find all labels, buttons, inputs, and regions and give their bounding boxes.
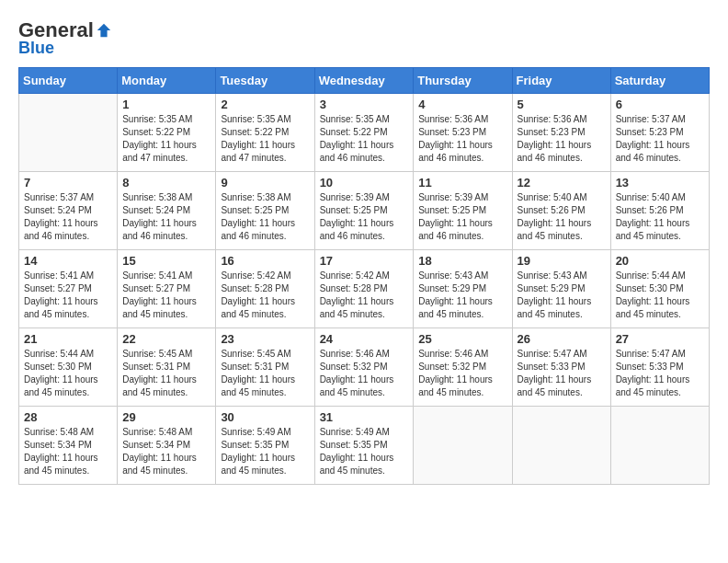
sunset-text: Sunset: 5:24 PM — [122, 204, 210, 217]
sunrise-text: Sunrise: 5:45 AM — [122, 348, 210, 361]
day-info: Sunrise: 5:41 AMSunset: 5:27 PMDaylight:… — [122, 270, 210, 321]
sunrise-text: Sunrise: 5:47 AM — [616, 348, 704, 361]
day-number: 18 — [418, 254, 506, 268]
day-info: Sunrise: 5:35 AMSunset: 5:22 PMDaylight:… — [221, 113, 309, 165]
calendar-cell: 30Sunrise: 5:49 AMSunset: 5:35 PMDayligh… — [216, 407, 314, 485]
daylight-text: Daylight: 11 hours and 45 minutes. — [24, 295, 112, 321]
day-info: Sunrise: 5:46 AMSunset: 5:32 PMDaylight:… — [320, 348, 409, 399]
day-info: Sunrise: 5:41 AMSunset: 5:27 PMDaylight:… — [24, 270, 112, 321]
week-row-5: 28Sunrise: 5:48 AMSunset: 5:34 PMDayligh… — [19, 407, 710, 485]
calendar-cell: 13Sunrise: 5:40 AMSunset: 5:26 PMDayligh… — [610, 172, 709, 250]
day-info: Sunrise: 5:39 AMSunset: 5:25 PMDaylight:… — [320, 191, 409, 243]
sunset-text: Sunset: 5:27 PM — [122, 282, 210, 295]
calendar-cell: 17Sunrise: 5:42 AMSunset: 5:28 PMDayligh… — [314, 250, 414, 328]
daylight-text: Daylight: 11 hours and 46 minutes. — [24, 217, 112, 243]
daylight-text: Daylight: 11 hours and 45 minutes. — [122, 295, 210, 321]
day-info: Sunrise: 5:46 AMSunset: 5:32 PMDaylight:… — [418, 348, 506, 399]
sunrise-text: Sunrise: 5:41 AM — [24, 270, 112, 282]
sunrise-text: Sunrise: 5:45 AM — [221, 348, 309, 361]
calendar-cell: 26Sunrise: 5:47 AMSunset: 5:33 PMDayligh… — [512, 328, 610, 407]
sunrise-text: Sunrise: 5:37 AM — [24, 191, 112, 204]
day-number: 1 — [122, 98, 210, 111]
calendar-cell: 14Sunrise: 5:41 AMSunset: 5:27 PMDayligh… — [19, 250, 118, 328]
daylight-text: Daylight: 11 hours and 45 minutes. — [24, 373, 112, 399]
daylight-text: Daylight: 11 hours and 45 minutes. — [616, 295, 704, 321]
day-info: Sunrise: 5:49 AMSunset: 5:35 PMDaylight:… — [320, 426, 409, 477]
sunrise-text: Sunrise: 5:46 AM — [418, 348, 506, 361]
daylight-text: Daylight: 11 hours and 45 minutes. — [24, 452, 112, 477]
weekday-header-row: SundayMondayTuesdayWednesdayThursdayFrid… — [19, 68, 710, 94]
day-info: Sunrise: 5:36 AMSunset: 5:23 PMDaylight:… — [518, 113, 606, 165]
calendar-cell: 16Sunrise: 5:42 AMSunset: 5:28 PMDayligh… — [216, 250, 314, 328]
day-info: Sunrise: 5:48 AMSunset: 5:34 PMDaylight:… — [24, 426, 112, 477]
sunset-text: Sunset: 5:26 PM — [616, 204, 704, 217]
daylight-text: Daylight: 11 hours and 45 minutes. — [418, 373, 506, 399]
sunset-text: Sunset: 5:30 PM — [24, 361, 112, 373]
calendar-cell: 28Sunrise: 5:48 AMSunset: 5:34 PMDayligh… — [19, 407, 118, 485]
daylight-text: Daylight: 11 hours and 47 minutes. — [122, 139, 210, 165]
sunset-text: Sunset: 5:29 PM — [418, 282, 506, 295]
day-number: 5 — [518, 98, 606, 111]
sunset-text: Sunset: 5:22 PM — [320, 126, 409, 139]
day-number: 27 — [616, 332, 704, 346]
sunrise-text: Sunrise: 5:39 AM — [320, 191, 409, 204]
calendar-cell: 10Sunrise: 5:39 AMSunset: 5:25 PMDayligh… — [314, 172, 414, 250]
day-info: Sunrise: 5:43 AMSunset: 5:29 PMDaylight:… — [518, 270, 606, 321]
calendar-cell: 1Sunrise: 5:35 AMSunset: 5:22 PMDaylight… — [118, 94, 216, 172]
calendar-cell: 22Sunrise: 5:45 AMSunset: 5:31 PMDayligh… — [118, 328, 216, 407]
sunset-text: Sunset: 5:25 PM — [221, 204, 309, 217]
daylight-text: Daylight: 11 hours and 45 minutes. — [418, 295, 506, 321]
sunset-text: Sunset: 5:29 PM — [518, 282, 606, 295]
day-info: Sunrise: 5:38 AMSunset: 5:25 PMDaylight:… — [221, 191, 309, 243]
calendar-cell — [512, 407, 610, 485]
sunrise-text: Sunrise: 5:44 AM — [616, 270, 704, 282]
daylight-text: Daylight: 11 hours and 46 minutes. — [518, 139, 606, 165]
day-info: Sunrise: 5:47 AMSunset: 5:33 PMDaylight:… — [518, 348, 606, 399]
sunset-text: Sunset: 5:26 PM — [518, 204, 606, 217]
sunrise-text: Sunrise: 5:35 AM — [221, 113, 309, 126]
daylight-text: Daylight: 11 hours and 45 minutes. — [518, 295, 606, 321]
sunset-text: Sunset: 5:24 PM — [24, 204, 112, 217]
sunset-text: Sunset: 5:23 PM — [418, 126, 506, 139]
sunset-text: Sunset: 5:28 PM — [320, 282, 409, 295]
sunset-text: Sunset: 5:34 PM — [122, 439, 210, 452]
sunrise-text: Sunrise: 5:36 AM — [418, 113, 506, 126]
day-number: 22 — [122, 332, 210, 346]
sunset-text: Sunset: 5:22 PM — [221, 126, 309, 139]
calendar-cell: 31Sunrise: 5:49 AMSunset: 5:35 PMDayligh… — [314, 407, 414, 485]
day-info: Sunrise: 5:37 AMSunset: 5:23 PMDaylight:… — [616, 113, 704, 165]
sunrise-text: Sunrise: 5:48 AM — [24, 426, 112, 439]
calendar-cell: 11Sunrise: 5:39 AMSunset: 5:25 PMDayligh… — [414, 172, 512, 250]
week-row-4: 21Sunrise: 5:44 AMSunset: 5:30 PMDayligh… — [19, 328, 710, 407]
sunset-text: Sunset: 5:31 PM — [221, 361, 309, 373]
day-number: 15 — [122, 254, 210, 268]
calendar-cell — [19, 94, 118, 172]
sunset-text: Sunset: 5:22 PM — [122, 126, 210, 139]
sunrise-text: Sunrise: 5:46 AM — [320, 348, 409, 361]
daylight-text: Daylight: 11 hours and 46 minutes. — [122, 217, 210, 243]
day-number: 29 — [122, 410, 210, 424]
weekday-header-sunday: Sunday — [19, 68, 118, 94]
calendar-cell: 4Sunrise: 5:36 AMSunset: 5:23 PMDaylight… — [414, 94, 512, 172]
day-info: Sunrise: 5:37 AMSunset: 5:24 PMDaylight:… — [24, 191, 112, 243]
calendar-cell: 29Sunrise: 5:48 AMSunset: 5:34 PMDayligh… — [118, 407, 216, 485]
logo-icon — [96, 22, 112, 39]
day-info: Sunrise: 5:38 AMSunset: 5:24 PMDaylight:… — [122, 191, 210, 243]
calendar-cell: 24Sunrise: 5:46 AMSunset: 5:32 PMDayligh… — [314, 328, 414, 407]
daylight-text: Daylight: 11 hours and 45 minutes. — [518, 373, 606, 399]
calendar-cell: 21Sunrise: 5:44 AMSunset: 5:30 PMDayligh… — [19, 328, 118, 407]
sunrise-text: Sunrise: 5:38 AM — [221, 191, 309, 204]
sunset-text: Sunset: 5:23 PM — [518, 126, 606, 139]
day-number: 9 — [221, 176, 309, 190]
calendar-cell: 6Sunrise: 5:37 AMSunset: 5:23 PMDaylight… — [610, 94, 709, 172]
sunset-text: Sunset: 5:25 PM — [418, 204, 506, 217]
day-info: Sunrise: 5:40 AMSunset: 5:26 PMDaylight:… — [518, 191, 606, 243]
sunrise-text: Sunrise: 5:35 AM — [122, 113, 210, 126]
calendar-cell: 27Sunrise: 5:47 AMSunset: 5:33 PMDayligh… — [610, 328, 709, 407]
sunset-text: Sunset: 5:33 PM — [518, 361, 606, 373]
day-number: 21 — [24, 332, 112, 346]
sunset-text: Sunset: 5:31 PM — [122, 361, 210, 373]
calendar-cell: 20Sunrise: 5:44 AMSunset: 5:30 PMDayligh… — [610, 250, 709, 328]
sunrise-text: Sunrise: 5:42 AM — [221, 270, 309, 282]
calendar-cell: 12Sunrise: 5:40 AMSunset: 5:26 PMDayligh… — [512, 172, 610, 250]
